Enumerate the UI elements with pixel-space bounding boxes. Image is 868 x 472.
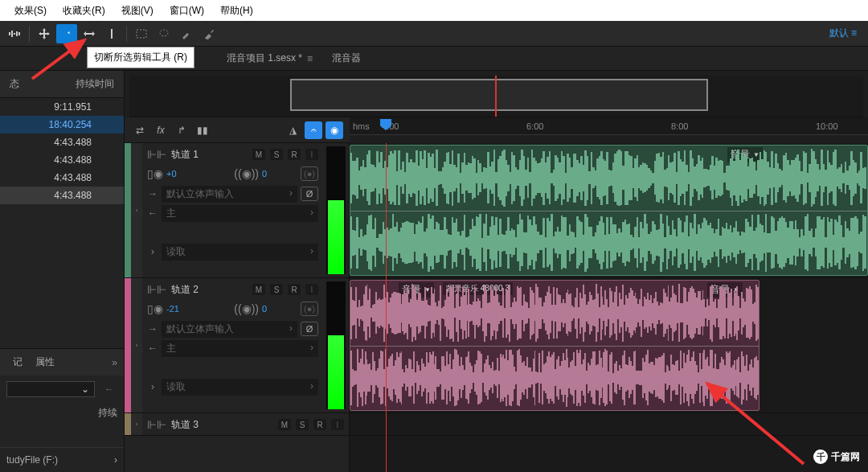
fx-icon[interactable]: fx: [152, 121, 170, 139]
marquee-tool-icon[interactable]: [131, 24, 152, 43]
property-dropdown[interactable]: ⌄: [6, 381, 95, 397]
track-content-area[interactable]: 音量▼ 音量▼ 背景音乐 48000 3 音量▼: [350, 143, 868, 472]
pan-value[interactable]: 0: [262, 304, 278, 314]
chevron-right-icon[interactable]: ›: [147, 381, 158, 392]
output-selector[interactable]: 主›: [162, 205, 318, 222]
solo-button[interactable]: S: [270, 284, 283, 295]
solo-button[interactable]: S: [270, 149, 283, 160]
file-item[interactable]: 4:43.488: [0, 151, 124, 169]
track-lane[interactable]: 音量▼: [350, 143, 868, 278]
separator: [126, 26, 127, 42]
audio-clip[interactable]: 音量▼ 背景音乐 48000 3 音量▼: [350, 280, 760, 411]
track-color[interactable]: [125, 413, 131, 435]
input-monitor-button[interactable]: I: [305, 149, 318, 160]
automation-mode-selector[interactable]: 读取›: [162, 244, 318, 261]
lasso-tool-icon[interactable]: [154, 24, 174, 43]
file-item[interactable]: 4:43.488: [0, 169, 124, 187]
properties-tab[interactable]: 属性: [29, 352, 61, 372]
loop-icon[interactable]: ⇄: [131, 121, 149, 139]
slip-tool-icon[interactable]: [79, 24, 100, 43]
state-column-header[interactable]: 态: [6, 74, 23, 94]
file-item[interactable]: 4:43.488: [0, 133, 124, 151]
brush-tool-icon[interactable]: [176, 24, 197, 43]
files-list[interactable]: 9:11.951 18:40.254 4:43.488 4:43.488 4:4…: [0, 98, 124, 204]
move-tool-icon[interactable]: [34, 24, 55, 43]
input-selector[interactable]: 默认立体声输入›: [162, 321, 297, 338]
track-collapse-button[interactable]: ›: [131, 143, 142, 277]
overview-strip[interactable]: [129, 76, 863, 117]
output-arrow-icon: ←: [147, 207, 158, 219]
razor-tool-icon[interactable]: [56, 24, 77, 43]
files-panel-header: 态 持续时间: [0, 71, 124, 98]
input-selector[interactable]: 默认立体声输入›: [162, 186, 297, 203]
solo-button[interactable]: S: [296, 419, 309, 430]
expand-icon[interactable]: »: [112, 357, 117, 368]
track-lane[interactable]: 音量▼ 背景音乐 48000 3 音量▼: [350, 278, 868, 413]
project-tab[interactable]: 混音项目 1.sesx *≡: [217, 47, 322, 70]
track-name[interactable]: 轨道 1: [171, 148, 248, 162]
phase-button[interactable]: Ø: [301, 322, 318, 336]
time-ruler[interactable]: hms 4:00 6:00 8:00 10:00: [350, 117, 868, 135]
file-item[interactable]: 18:40.254: [0, 116, 124, 133]
file-item[interactable]: 4:43.488: [0, 187, 124, 204]
workspace-selector[interactable]: 默认 ≡: [821, 27, 865, 40]
menu-effects[interactable]: 效果(S): [6, 1, 55, 21]
mute-button[interactable]: M: [252, 284, 265, 295]
ripple-icon[interactable]: ◉: [326, 121, 343, 139]
menu-help[interactable]: 帮助(H): [212, 1, 261, 21]
pan-value[interactable]: 0: [262, 169, 278, 179]
record-button[interactable]: R: [313, 419, 326, 430]
track-meter: [326, 146, 346, 274]
playhead-line[interactable]: [386, 143, 387, 472]
track-color[interactable]: [125, 143, 131, 277]
eq-icon[interactable]: ▮▮: [194, 121, 211, 139]
mute-button[interactable]: M: [278, 419, 291, 430]
waveform-view-icon[interactable]: [4, 24, 25, 43]
menu-view[interactable]: 视图(V): [113, 1, 162, 21]
spacer: [0, 204, 124, 348]
track-name[interactable]: 轨道 3: [171, 418, 273, 432]
duration-column-header[interactable]: 持续时间: [72, 74, 117, 94]
track-lane[interactable]: [350, 413, 868, 436]
send-icon[interactable]: ↱: [173, 121, 190, 139]
track-collapse-button[interactable]: ›: [131, 413, 142, 435]
mixer-tab[interactable]: 混音器: [322, 47, 371, 70]
back-button[interactable]: ←: [101, 380, 117, 398]
output-selector[interactable]: 主›: [162, 340, 318, 357]
ruler-mark: 6:00: [526, 121, 543, 131]
svg-rect-6: [137, 30, 146, 38]
overview-window[interactable]: [290, 79, 708, 111]
chevron-right-icon[interactable]: ›: [147, 246, 158, 257]
input-monitor-button[interactable]: I: [305, 284, 318, 295]
time-selection-tool-icon[interactable]: [101, 24, 122, 43]
track-controls-bar: ⇄ fx ↱ ▮▮ ◮ 𝄐 ◉: [125, 117, 350, 143]
metronome-icon[interactable]: ◮: [284, 121, 301, 139]
track-color[interactable]: [125, 278, 131, 412]
automation-mode-selector[interactable]: 读取›: [162, 379, 318, 396]
track-name[interactable]: 轨道 2: [171, 283, 248, 297]
clip-fx-button[interactable]: (●): [301, 166, 318, 181]
record-tab[interactable]: 记: [6, 352, 29, 372]
input-monitor-button[interactable]: I: [331, 419, 344, 430]
volume-value[interactable]: +0: [166, 169, 182, 179]
phase-button[interactable]: Ø: [301, 187, 318, 201]
menu-window[interactable]: 窗口(W): [162, 1, 212, 21]
track-header: › ⊩⊩ 轨道 2 M S R I ▯◉ -21: [125, 278, 349, 413]
track-collapse-button[interactable]: ›: [131, 278, 142, 412]
track-headers: › ⊩⊩ 轨道 1 M S R I ▯◉ +0: [125, 143, 350, 472]
record-button[interactable]: R: [288, 284, 301, 295]
audio-clip[interactable]: 音量▼: [350, 145, 868, 276]
chevron-down-icon: ›: [310, 207, 313, 220]
menu-favorites[interactable]: 收藏夹(R): [55, 1, 113, 21]
svg-rect-4: [18, 32, 20, 35]
file-item[interactable]: 9:11.951: [0, 98, 124, 116]
drive-location[interactable]: tudyFile (F:) ›: [0, 447, 124, 472]
record-button[interactable]: R: [288, 149, 301, 160]
properties-panel: 记 属性 » ⌄ ← 持续 tudyFile (F:) ›: [0, 348, 124, 472]
output-arrow-icon: ←: [147, 343, 158, 354]
healing-brush-icon[interactable]: [199, 24, 219, 43]
clip-fx-button[interactable]: (●): [301, 302, 318, 316]
volume-value[interactable]: -21: [166, 304, 182, 314]
mute-button[interactable]: M: [252, 149, 265, 160]
snap-icon[interactable]: 𝄐: [305, 121, 322, 139]
